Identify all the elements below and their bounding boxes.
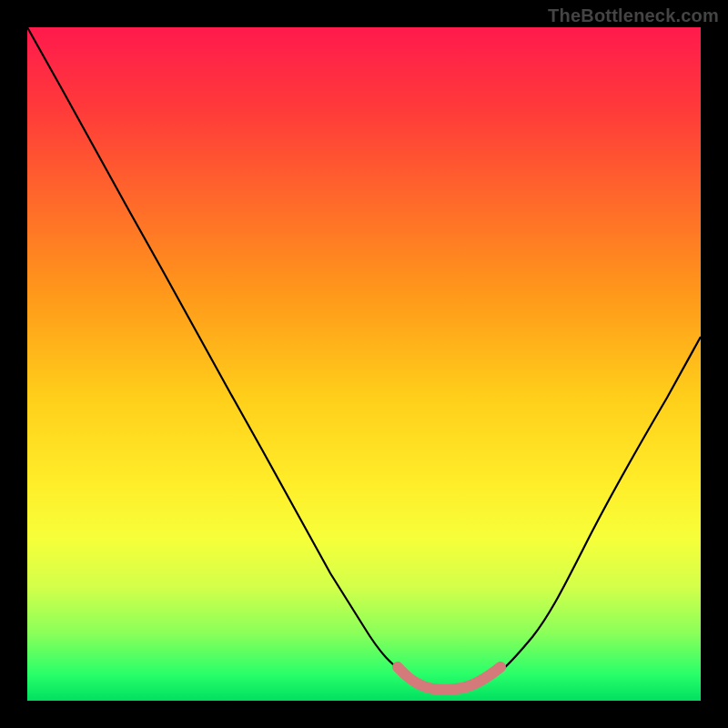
chart-frame: TheBottleneck.com [0,0,728,728]
plot-area [27,27,701,701]
curve-svg [27,27,701,701]
valley-highlight [398,667,500,690]
bottleneck-curve [27,27,701,688]
watermark-text: TheBottleneck.com [548,5,719,26]
